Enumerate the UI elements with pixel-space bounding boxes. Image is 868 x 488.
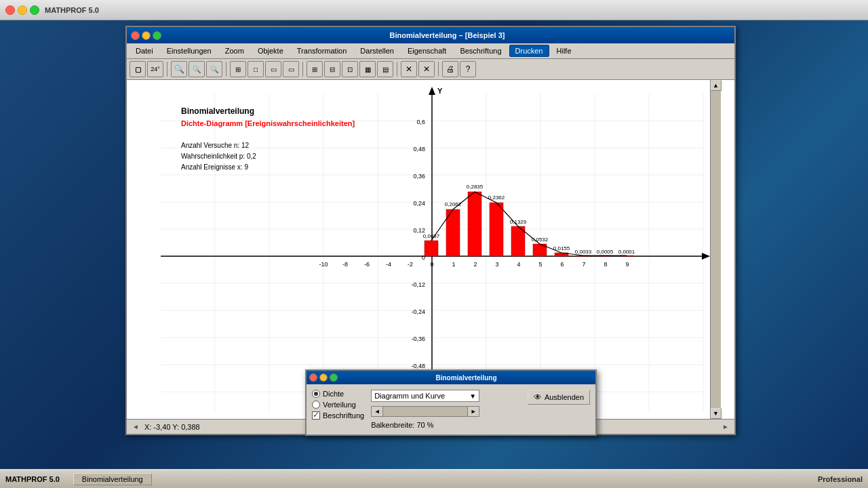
menu-hilfe[interactable]: Hilfe — [551, 45, 578, 57]
menu-darstellen[interactable]: Darstellen — [354, 45, 400, 57]
ausblenden-button[interactable]: 👁 Ausblenden — [528, 390, 590, 405]
toolbar-separator-4 — [397, 62, 397, 77]
chart-subtitle: Dichte-Diagramm [Ereigniswahrscheinlichk… — [181, 119, 355, 127]
radio-verteilung[interactable]: Verteilung — [312, 401, 364, 409]
toolbar-separator-2 — [226, 62, 226, 77]
toolbar-layout3-button[interactable]: ▤ — [377, 61, 393, 77]
radio-dichte-circle[interactable] — [312, 390, 320, 398]
radio-dichte[interactable]: Dichte — [312, 390, 364, 398]
dialog-title-bar: Binomialverteilung — [307, 371, 595, 384]
app-minimize-button[interactable] — [142, 31, 151, 40]
chart-scrollbar: ▲ ▼ — [710, 80, 721, 419]
os-maximize-button[interactable] — [30, 5, 39, 15]
menu-einstellungen[interactable]: Einstellungen — [161, 45, 218, 57]
toolbar-frame2-button[interactable]: ▭ — [283, 61, 299, 77]
taskbar-app-name: MATHPROF 5.0 — [5, 475, 60, 483]
chart-svg: Y X 0,6 0,48 0,36 0,24 0,12 0 -0,12 -0,2… — [127, 80, 710, 419]
menu-transformation[interactable]: Transformation — [291, 45, 353, 57]
dialog-maximize-button[interactable] — [330, 373, 338, 382]
svg-text:0: 0 — [430, 261, 433, 268]
svg-text:5: 5 — [538, 261, 542, 268]
svg-marker-22 — [429, 87, 435, 95]
toolbar-zoom-out-button[interactable]: 🔍 — [189, 61, 205, 77]
svg-text:-0,48: -0,48 — [411, 363, 425, 369]
taskbar-window-button[interactable]: Binomialverteilung — [73, 473, 152, 485]
scroll-track[interactable] — [383, 406, 467, 417]
toolbar-separator-5 — [438, 62, 439, 77]
menu-beschriftung[interactable]: Beschriftung — [454, 45, 507, 57]
svg-text:0,0033: 0,0033 — [575, 249, 592, 255]
radio-verteilung-circle[interactable] — [312, 401, 320, 409]
chart-container: Y X 0,6 0,48 0,36 0,24 0,12 0 -0,12 -0,2… — [127, 80, 734, 419]
svg-text:6: 6 — [560, 261, 564, 268]
svg-text:-2: -2 — [408, 261, 413, 268]
toolbar-layout2-button[interactable]: ▦ — [359, 61, 376, 77]
menu-zoom[interactable]: Zoom — [219, 45, 250, 57]
checkbox-beschriftung-label: Beschriftung — [323, 411, 364, 420]
param-n: Anzahl Versuche n: 12 — [181, 142, 250, 149]
svg-text:2: 2 — [473, 261, 477, 268]
toolbar: ▢ 24° 🔍 🔍 🔍 ⊞ □ ▭ ▭ ⊞ ⊟ ⊡ ▦ ▤ ✕ ✕ 🖨 ? — [127, 59, 734, 80]
menu-objekte[interactable]: Objekte — [252, 45, 290, 57]
toolbar-zoom-reset-button[interactable]: 🔍 — [206, 61, 222, 77]
scrollbar-up-arrow[interactable]: ▲ — [711, 80, 722, 91]
svg-marker-25 — [702, 253, 710, 260]
toolbar-layout-button[interactable]: ⊡ — [342, 61, 358, 77]
os-window-controls[interactable] — [5, 5, 39, 15]
svg-text:-0,12: -0,12 — [411, 281, 425, 288]
taskbar: MATHPROF 5.0 Binomialverteilung Professi… — [0, 469, 868, 488]
app-close-button[interactable] — [131, 31, 140, 40]
diagram-type-dropdown[interactable]: Diagramm und Kurve ▼ — [371, 390, 479, 402]
svg-text:-8: -8 — [342, 261, 348, 268]
toolbar-select-button[interactable]: ▢ — [130, 61, 146, 77]
toolbar-table-button[interactable]: ⊞ — [307, 61, 323, 77]
toolbar-close-button[interactable]: ✕ — [401, 61, 417, 77]
app-title: Binomialverteilung – [Beispiel 3] — [164, 31, 730, 39]
dialog-close-button[interactable] — [309, 373, 317, 382]
binomial-dialog: Binomialverteilung Dichte Verteilung Bes… — [305, 369, 597, 436]
svg-text:0,2835: 0,2835 — [467, 184, 484, 190]
app-window-controls[interactable] — [131, 31, 161, 40]
os-title: MATHPROF 5.0 — [45, 6, 99, 14]
menu-eigenschaft[interactable]: Eigenschaft — [401, 45, 452, 57]
toolbar-grid-button[interactable]: ⊞ — [230, 61, 246, 77]
coordinate-display: X: -3,40 Y: 0,388 — [144, 423, 200, 431]
dialog-options-left: Dichte Verteilung Beschriftung — [312, 390, 364, 420]
bar-2 — [468, 192, 481, 256]
scroll-right-indicator[interactable]: ► — [722, 423, 729, 430]
taskbar-edition: Professional — [818, 475, 863, 483]
svg-text:-0,36: -0,36 — [411, 336, 425, 342]
dialog-minimize-button[interactable] — [319, 373, 328, 382]
toolbar-zoom-in-button[interactable]: 🔍 — [171, 61, 187, 77]
checkbox-beschriftung-box[interactable] — [312, 411, 320, 420]
toolbar-print-button[interactable]: 🖨 — [442, 61, 458, 77]
svg-text:-10: -10 — [319, 261, 328, 268]
scrollbar-track[interactable] — [711, 91, 721, 408]
ausblenden-label: Ausblenden — [545, 393, 584, 401]
menu-datei[interactable]: Datei — [130, 45, 159, 57]
toolbar-help-button[interactable]: ? — [460, 61, 476, 77]
menu-bar: Datei Einstellungen Zoom Objekte Transfo… — [127, 43, 734, 59]
toolbar-separator-1 — [167, 62, 167, 77]
toolbar-frame-button[interactable]: ▭ — [265, 61, 281, 77]
os-close-button[interactable] — [5, 5, 15, 15]
scroll-left-button[interactable]: ◄ — [371, 406, 383, 417]
dialog-buttons: 👁 Ausblenden — [528, 390, 590, 405]
dropdown-arrow-icon: ▼ — [469, 392, 476, 400]
toolbar-mode-button[interactable]: 24° — [147, 61, 163, 77]
scroll-right-button[interactable]: ► — [467, 406, 479, 417]
svg-text:0,0687: 0,0687 — [423, 233, 440, 239]
toolbar-close2-button[interactable]: ✕ — [418, 61, 435, 77]
param-p: Wahrscheinlichkeit p: 0,2 — [181, 152, 256, 160]
svg-text:-6: -6 — [364, 261, 370, 268]
svg-text:0,36: 0,36 — [413, 173, 425, 180]
checkbox-beschriftung[interactable]: Beschriftung — [312, 411, 364, 420]
app-maximize-button[interactable] — [153, 31, 161, 40]
toolbar-fit-button[interactable]: □ — [248, 61, 264, 77]
svg-text:1: 1 — [452, 261, 455, 268]
toolbar-table2-button[interactable]: ⊟ — [324, 61, 340, 77]
scroll-left-indicator[interactable]: ◄ — [132, 423, 139, 430]
menu-drucken[interactable]: Drucken — [509, 45, 549, 57]
scrollbar-down-arrow[interactable]: ▼ — [711, 408, 722, 419]
os-minimize-button[interactable] — [18, 5, 27, 15]
